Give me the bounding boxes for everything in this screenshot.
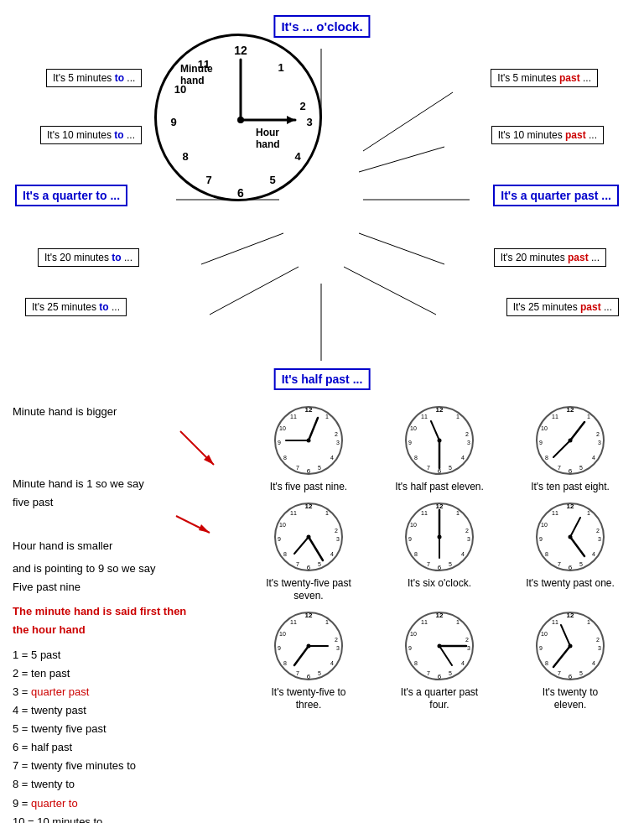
five-past-nine-text: Five past nine	[13, 578, 231, 596]
twenty-to-label: It's 20 minutes to ...	[38, 248, 139, 267]
svg-text:8: 8	[414, 551, 418, 557]
twenty-five-to-label: It's 25 minutes to ...	[25, 298, 127, 316]
svg-text:5: 5	[449, 561, 452, 567]
svg-text:10: 10	[541, 522, 548, 528]
hour-hand-label: Hourhand	[256, 127, 280, 151]
svg-text:1: 1	[456, 414, 460, 419]
clock-twenty-five-to-three: 12 1 2 3 4 5 6 7 8 9 10 11	[247, 608, 370, 712]
svg-text:1: 1	[325, 414, 329, 419]
svg-text:8: 8	[182, 150, 188, 163]
oclock-label: It's ... o'clock.	[273, 15, 370, 38]
svg-text:5: 5	[318, 465, 321, 471]
svg-point-143	[307, 643, 311, 648]
svg-text:9: 9	[408, 440, 412, 445]
svg-text:1: 1	[587, 414, 590, 419]
clock-quarter-past-four: 12 1 2 3 4 5 6 7 8 9 10 11	[378, 608, 501, 712]
svg-text:5: 5	[579, 670, 583, 676]
quarter-to-label: It's a quarter to ...	[15, 185, 127, 206]
svg-line-0	[363, 92, 453, 151]
svg-text:9: 9	[278, 440, 281, 445]
svg-text:12: 12	[305, 503, 313, 510]
svg-text:6: 6	[307, 673, 311, 680]
svg-point-95	[307, 534, 311, 539]
svg-text:4: 4	[330, 551, 334, 557]
svg-text:2: 2	[335, 528, 338, 534]
clock-label-twenty-five-past-seven: It's twenty-five pastseven.	[266, 577, 351, 603]
svg-text:8: 8	[414, 660, 418, 666]
svg-line-9	[210, 267, 299, 315]
svg-text:2: 2	[465, 528, 469, 534]
clock-five-past-nine: 12 1 2 3 4 5 6 7 8 9 10 11	[247, 403, 370, 494]
svg-text:11: 11	[290, 619, 297, 625]
svg-text:10: 10	[410, 425, 417, 431]
svg-text:10: 10	[410, 522, 417, 528]
svg-text:12: 12	[436, 406, 444, 414]
svg-text:8: 8	[283, 455, 287, 461]
twenty-five-past-label: It's 25 minutes past ...	[506, 298, 619, 316]
svg-text:10: 10	[541, 631, 548, 637]
svg-text:2: 2	[596, 431, 600, 437]
svg-text:1: 1	[456, 619, 460, 625]
five-to-label: It's 5 minutes to ...	[46, 69, 142, 87]
svg-text:2: 2	[596, 637, 600, 643]
svg-text:3: 3	[336, 536, 340, 542]
svg-text:2: 2	[465, 431, 469, 437]
svg-text:2: 2	[299, 100, 305, 112]
svg-text:3: 3	[467, 440, 470, 445]
clock-label-twenty-five-to-three: It's twenty-five tothree.	[272, 686, 346, 712]
clock-row-1: 12 1 2 3 4 5 6 7 8 9 10 11	[247, 403, 631, 494]
svg-point-175	[569, 643, 573, 648]
minute-said-first-text: The minute hand is said first thenthe ho…	[13, 602, 231, 639]
svg-text:9: 9	[278, 645, 281, 651]
clock-label-ten-past-eight: It's ten past eight.	[531, 481, 610, 494]
svg-text:4: 4	[592, 551, 595, 557]
svg-text:4: 4	[461, 660, 465, 666]
five-past-text: five past	[13, 493, 231, 512]
svg-text:5: 5	[449, 465, 452, 471]
svg-text:3: 3	[306, 116, 312, 128]
ten-to-label: It's 10 minutes to ...	[40, 126, 142, 144]
left-explanations: Minute hand is bigger Minute hand is 1 s…	[13, 403, 231, 823]
svg-text:8: 8	[283, 660, 287, 666]
clock-label-twenty-to-eleven: It's twenty toeleven.	[543, 686, 598, 712]
svg-text:4: 4	[461, 551, 465, 557]
clock-diagram: It's ... o'clock. It's half past ... It'…	[0, 8, 644, 394]
svg-text:4: 4	[330, 660, 334, 666]
svg-text:6: 6	[569, 467, 573, 475]
svg-text:9: 9	[539, 536, 543, 542]
clock-label-twenty-past-one: It's twenty past one.	[526, 577, 615, 591]
svg-text:7: 7	[558, 465, 561, 471]
svg-text:11: 11	[552, 619, 558, 625]
svg-text:2: 2	[465, 637, 469, 643]
svg-text:9: 9	[539, 645, 543, 651]
svg-text:12: 12	[567, 406, 574, 414]
clock-face: 12 1 2 3 4 5 6 7 8 9 10 11	[154, 34, 322, 201]
svg-text:11: 11	[290, 414, 297, 419]
svg-point-63	[438, 439, 442, 443]
svg-line-4	[344, 267, 436, 315]
clock-row-2: 12 1 2 3 4 5 6 7 8 9 10 11	[247, 499, 631, 603]
svg-text:7: 7	[205, 174, 211, 186]
svg-text:1: 1	[325, 619, 329, 625]
number-list: 1 = 5 past 2 = ten past 3 = quarter past…	[13, 646, 231, 823]
svg-text:6: 6	[438, 564, 442, 571]
bottom-section: Minute hand is bigger Minute hand is 1 s…	[0, 394, 644, 823]
ten-past-label: It's 10 minutes past ...	[491, 126, 604, 144]
svg-text:1: 1	[587, 510, 590, 516]
svg-text:7: 7	[427, 561, 430, 567]
svg-text:3: 3	[467, 536, 470, 542]
svg-text:12: 12	[567, 612, 574, 619]
svg-text:7: 7	[558, 670, 561, 676]
clock-label-six-oclock: It's six o'clock.	[408, 577, 471, 591]
minute-hand-label: Minutehand	[180, 63, 213, 87]
clock-examples-grid: 12 1 2 3 4 5 6 7 8 9 10 11	[247, 403, 631, 823]
svg-text:7: 7	[296, 465, 299, 471]
clock-twenty-five-past-seven: 12 1 2 3 4 5 6 7 8 9 10 11	[247, 499, 370, 603]
svg-text:5: 5	[318, 670, 321, 676]
svg-text:10: 10	[410, 631, 417, 637]
clock-six-oclock: 12 1 2 3 4 5 6 7 8 9 10 11	[378, 499, 501, 591]
svg-text:9: 9	[408, 536, 412, 542]
svg-text:10: 10	[541, 425, 548, 431]
svg-text:3: 3	[336, 440, 340, 445]
svg-point-47	[307, 439, 311, 443]
